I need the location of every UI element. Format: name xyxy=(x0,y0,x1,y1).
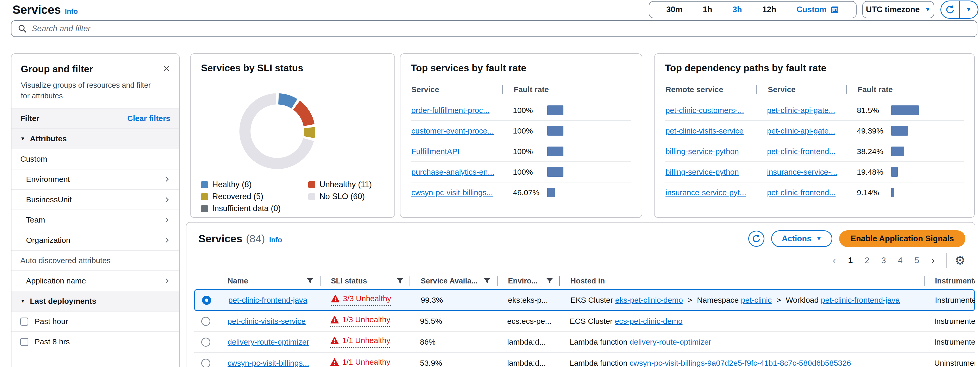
column-header-environment[interactable]: Enviro... xyxy=(497,276,559,286)
service-name-link[interactable]: pet-clinic-frontend-java xyxy=(228,296,307,304)
filter-funnel-icon[interactable] xyxy=(484,278,490,284)
service-link[interactable]: order-fulfillment-proc... xyxy=(411,106,490,114)
chevron-right-icon xyxy=(164,197,170,203)
column-header-hosted-in[interactable]: Hosted in xyxy=(559,276,924,286)
service-link[interactable]: customer-event-proce... xyxy=(411,127,494,135)
sli-status-badge[interactable]: 1/1 Unhealthy xyxy=(330,357,390,367)
time-range-30m[interactable]: 30m xyxy=(666,5,682,14)
past-hour-checkbox[interactable] xyxy=(20,318,29,326)
column-header-name[interactable]: Name xyxy=(217,276,320,286)
sidebar-item-application-name[interactable]: Application name xyxy=(11,270,179,291)
past-8hrs-checkbox[interactable] xyxy=(20,338,29,346)
close-icon[interactable]: × xyxy=(163,64,170,73)
enable-application-signals-button[interactable]: Enable Application Signals xyxy=(839,230,966,247)
clear-filters-link[interactable]: Clear filters xyxy=(127,114,170,123)
time-range-1h[interactable]: 1h xyxy=(703,5,712,14)
hosted-link[interactable]: ecs-pet-clinic-demo xyxy=(615,317,682,325)
remote-service-link[interactable]: billing-service-python xyxy=(665,147,739,156)
divider xyxy=(946,253,947,268)
service-link[interactable]: purchase-analytics-en... xyxy=(411,168,495,176)
fault-rate-bar xyxy=(547,146,563,156)
service-link[interactable]: pet-clinic-api-gate... xyxy=(767,106,835,114)
refresh-options-button[interactable]: ▼ xyxy=(959,1,978,18)
service-link[interactable]: pet-clinic-frontend... xyxy=(767,188,835,197)
service-name-link[interactable]: delivery-route-optimizer xyxy=(228,338,309,346)
last-deployments-section-header[interactable]: ▼ Last deployments xyxy=(11,291,179,311)
sidebar-item-environment[interactable]: Environment xyxy=(11,169,179,189)
auto-discovered-attributes-label: Auto discovered attributes xyxy=(11,250,179,270)
instrumentation-value: Instrumented xyxy=(924,296,975,305)
environment-value: lambda:d... xyxy=(497,359,559,367)
sidebar-item-businessunit[interactable]: BusinessUnit xyxy=(11,189,179,210)
fault-rate-bar xyxy=(547,167,563,177)
page-3[interactable]: 3 xyxy=(881,256,886,265)
column-header-remote-service: Remote service xyxy=(665,85,756,94)
checkbox-row-past-8hrs[interactable]: Past 8 hrs xyxy=(11,331,179,352)
refresh-button[interactable] xyxy=(941,1,959,18)
hosted-link[interactable]: pet-clinic xyxy=(741,296,772,304)
gear-icon[interactable]: ⚙ xyxy=(955,254,966,266)
service-link[interactable]: insurance-service-... xyxy=(767,168,837,176)
page-4[interactable]: 4 xyxy=(898,256,903,265)
table-row[interactable]: pet-clinic-visits-service 1/3 Unhealthy … xyxy=(194,311,975,332)
service-link[interactable]: pet-clinic-api-gate... xyxy=(767,127,835,135)
search-input[interactable] xyxy=(32,24,970,33)
sidebar-item-organization[interactable]: Organization xyxy=(11,230,179,250)
time-range-custom[interactable]: Custom xyxy=(797,5,839,14)
remote-service-link[interactable]: pet-clinic-customers-... xyxy=(665,106,744,114)
row-radio[interactable] xyxy=(201,338,210,347)
page-1[interactable]: 1 xyxy=(848,256,853,265)
service-link[interactable]: cwsyn-pc-visit-billings... xyxy=(411,188,493,197)
sli-status-badge[interactable]: 1/1 Unhealthy xyxy=(330,336,390,348)
time-range-12h[interactable]: 12h xyxy=(762,5,776,14)
remote-service-link[interactable]: billing-service-python xyxy=(665,168,739,176)
sidebar-item-custom[interactable]: Custom xyxy=(11,149,179,169)
fault-rate-bar xyxy=(547,187,555,197)
filter-funnel-icon[interactable] xyxy=(546,278,553,284)
group-and-filter-title: Group and filter xyxy=(21,64,93,75)
service-link[interactable]: FulfillmentAPI xyxy=(411,147,460,156)
page-2[interactable]: 2 xyxy=(865,256,869,265)
row-radio[interactable] xyxy=(201,317,210,326)
hosted-link[interactable]: delivery-route-optimizer xyxy=(630,338,711,346)
table-row[interactable]: delivery-route-optimizer 1/1 Unhealthy 8… xyxy=(194,332,975,353)
service-link[interactable]: pet-clinic-frontend... xyxy=(767,147,835,156)
remote-service-link[interactable]: pet-clinic-visits-service xyxy=(665,127,744,135)
page-info-link[interactable]: Info xyxy=(65,8,78,16)
row-radio[interactable] xyxy=(201,359,210,367)
sli-status-badge[interactable]: 1/3 Unhealthy xyxy=(330,315,390,327)
filter-funnel-icon[interactable] xyxy=(396,278,403,284)
fault-rate-value: 100% xyxy=(513,168,541,176)
hosted-link[interactable]: eks-pet-clinic-demo xyxy=(615,296,683,304)
sli-status-badge[interactable]: 3/3 Unhealthy xyxy=(331,294,391,306)
filter-funnel-icon[interactable] xyxy=(307,278,313,284)
column-header-instrumentation[interactable]: Instrumentation xyxy=(924,276,975,286)
checkbox-row-past-hour[interactable]: Past hour xyxy=(11,311,179,331)
sidebar-item-team[interactable]: Team xyxy=(11,210,179,230)
table-row[interactable]: cwsyn-pc-visit-billings... 1/1 Unhealthy… xyxy=(194,353,975,367)
table-row[interactable]: pet-clinic-frontend-java 3/3 Unhealthy 9… xyxy=(194,289,975,311)
column-header-availability[interactable]: Service Availa... xyxy=(410,276,497,286)
remote-service-link[interactable]: insurance-service-pyt... xyxy=(665,188,746,197)
pagination-row: ‹ 1 2 3 4 5 › ⚙ xyxy=(186,247,975,268)
services-table-title: Services xyxy=(198,233,242,245)
attributes-section-header[interactable]: ▼ Attributes xyxy=(11,128,179,149)
column-header-sli-status[interactable]: SLI status xyxy=(320,276,410,286)
timezone-dropdown[interactable]: UTC timezone ▼ xyxy=(862,1,934,18)
table-refresh-button[interactable] xyxy=(748,230,764,247)
row-radio-selected[interactable] xyxy=(202,296,211,305)
fault-rate-bar xyxy=(891,167,898,177)
chevron-right-icon xyxy=(164,217,170,223)
hosted-link[interactable]: cwsyn-pc-visit-billings-9a07d2e5-f9fc-41… xyxy=(630,359,851,367)
time-range-3h-active[interactable]: 3h xyxy=(733,5,742,14)
service-name-link[interactable]: pet-clinic-visits-service xyxy=(228,317,305,325)
service-name-link[interactable]: cwsyn-pc-visit-billings... xyxy=(228,359,309,367)
services-info-link[interactable]: Info xyxy=(269,236,282,244)
previous-page-icon[interactable]: ‹ xyxy=(833,255,836,265)
table-row: pet-clinic-customers-... pet-clinic-api-… xyxy=(665,100,964,120)
hosted-link[interactable]: pet-clinic-frontend-java xyxy=(821,296,900,304)
actions-button[interactable]: Actions ▼ xyxy=(771,230,832,247)
page-5[interactable]: 5 xyxy=(915,256,920,265)
table-row: insurance-service-pyt... pet-clinic-fron… xyxy=(665,182,964,202)
next-page-icon[interactable]: › xyxy=(931,255,934,265)
